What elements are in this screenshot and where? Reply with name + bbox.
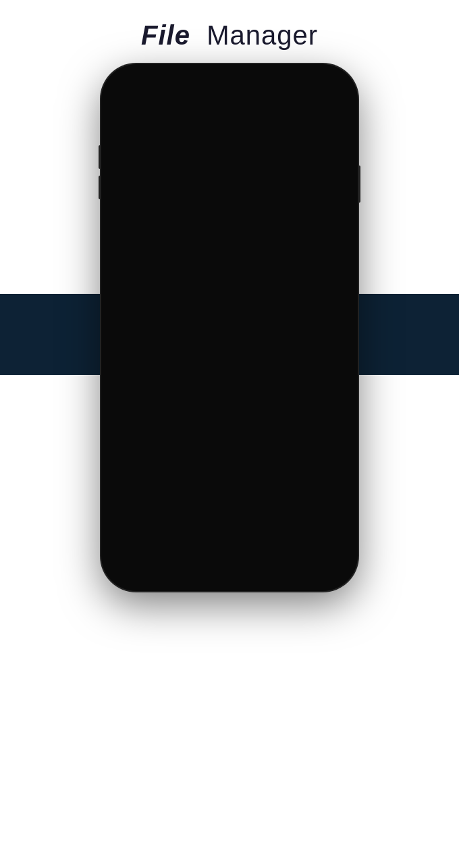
storage-internal-info: Internal storageStorage used: 12.94 GB/6…: [159, 342, 244, 360]
svg-rect-30: [279, 550, 284, 554]
storage-network-title: Network neighborhood: [159, 388, 248, 397]
category-archives-icon: [128, 259, 167, 299]
category-documents[interactable]: Documents0: [288, 194, 335, 253]
category-apps[interactable]: Apps34: [179, 259, 227, 318]
title-bold: File: [141, 20, 190, 50]
category-safe-label: Safe: [304, 302, 317, 309]
status-time: 9:31: [308, 88, 320, 95]
storage-internal-subtitle: Storage used: 12.94 GB/64 GB: [159, 353, 244, 360]
nav-recent-icon: [162, 541, 177, 556]
category-documents-icon: [292, 194, 331, 233]
storage-internal-title: Internal storage: [159, 342, 244, 352]
category-archives-label: Archives: [136, 302, 160, 309]
svg-rect-29: [286, 543, 290, 547]
title-normal: Manager: [207, 20, 318, 50]
svg-point-23: [138, 354, 140, 355]
category-archives[interactable]: Archives0: [124, 259, 172, 318]
svg-marker-6: [199, 208, 207, 218]
storage-network-info: Network neighborhood: [159, 388, 248, 397]
storage-internal-icon: [127, 339, 151, 363]
svg-point-15: [196, 278, 199, 280]
svg-point-7: [250, 215, 255, 220]
category-favorites-label: Favorites: [244, 302, 269, 309]
svg-point-13: [201, 273, 204, 276]
status-signal: ↑↓ 4G: [124, 88, 140, 95]
storage-list: Internal storageStorage used: 12.94 GB/6…: [113, 325, 346, 418]
storage-network-icon: [127, 380, 151, 405]
nav-item-recent[interactable]: Recent: [161, 541, 178, 563]
phone-mockup: ↑↓ 4G 9:31 Search local files: [101, 64, 358, 591]
phone-screen: ↑↓ 4G 9:31 Search local files: [113, 79, 346, 576]
svg-rect-31: [286, 550, 290, 554]
local-storage-section[interactable]: Local storage Available 23.26 GB · Clean…: [113, 136, 346, 190]
category-audio-count: 1: [255, 247, 258, 253]
category-images-count: 10: [145, 247, 151, 253]
svg-point-5: [144, 210, 146, 212]
status-right: 9:31: [308, 88, 335, 95]
category-apps-count: 34: [199, 312, 205, 318]
category-apps-label: Apps: [195, 302, 209, 309]
notch: [189, 79, 270, 98]
search-bar[interactable]: Search local files: [122, 106, 338, 130]
nav-categories-label: Categories: [272, 557, 298, 563]
category-audio[interactable]: Audio1: [233, 194, 281, 253]
svg-point-18: [196, 282, 199, 284]
svg-rect-21: [306, 278, 316, 286]
category-favorites-icon: [237, 259, 276, 299]
svg-rect-28: [279, 543, 284, 547]
nav-categories-icon: [278, 541, 293, 556]
category-archives-count: 0: [146, 312, 149, 318]
page-title: File Manager: [141, 20, 318, 51]
category-audio-icon: [237, 194, 276, 233]
category-videos-label: Videos: [193, 236, 211, 243]
storage-item-internal[interactable]: Internal storageStorage used: 12.94 GB/6…: [122, 330, 338, 372]
svg-point-14: [205, 273, 208, 276]
category-images[interactable]: Images10: [124, 194, 172, 253]
battery-icon: [323, 89, 335, 95]
category-images-icon: [128, 194, 167, 233]
category-videos-count: 0: [201, 247, 204, 253]
svg-point-17: [205, 278, 208, 280]
category-apps-icon: [183, 259, 222, 299]
category-safe[interactable]: Safe0: [288, 259, 335, 318]
cleanup-button[interactable]: Cleanup: [232, 165, 254, 172]
svg-point-12: [196, 273, 199, 276]
category-images-label: Images: [138, 236, 158, 243]
svg-point-8: [259, 214, 264, 219]
nav-item-categories[interactable]: Categories: [272, 541, 298, 563]
more-options-button[interactable]: [327, 113, 331, 124]
local-storage-info: Local storage Available 23.26 GB · Clean…: [171, 153, 254, 172]
category-documents-label: Documents: [296, 236, 327, 243]
svg-line-1: [135, 120, 137, 122]
category-documents-count: 0: [310, 247, 313, 253]
local-storage-title: Local storage: [171, 153, 254, 164]
search-placeholder: Search local files: [143, 113, 322, 123]
categories-grid: Images10Videos0Audio1Documents0Archives0…: [113, 190, 346, 325]
category-safe-count: 0: [310, 312, 313, 318]
svg-rect-24: [134, 388, 145, 396]
category-audio-label: Audio: [249, 236, 265, 243]
storage-item-network[interactable]: Network neighborhood: [122, 372, 338, 413]
storage-donut-chart: [124, 144, 162, 182]
svg-point-16: [201, 278, 204, 280]
svg-point-19: [201, 282, 204, 284]
category-safe-icon: [292, 259, 331, 299]
svg-point-0: [130, 115, 135, 120]
nav-recent-label: Recent: [161, 557, 178, 563]
category-videos-icon: [183, 194, 222, 233]
category-favorites-count: 0: [255, 312, 258, 318]
svg-point-20: [205, 282, 208, 284]
category-favorites[interactable]: Favorites0: [233, 259, 281, 318]
local-storage-available: Available 23.26 GB · Cleanup: [171, 165, 254, 172]
category-videos[interactable]: Videos0: [179, 194, 227, 253]
search-icon: [128, 113, 138, 123]
bottom-nav: RecentCategories: [113, 533, 346, 576]
battery-fill: [323, 90, 331, 95]
